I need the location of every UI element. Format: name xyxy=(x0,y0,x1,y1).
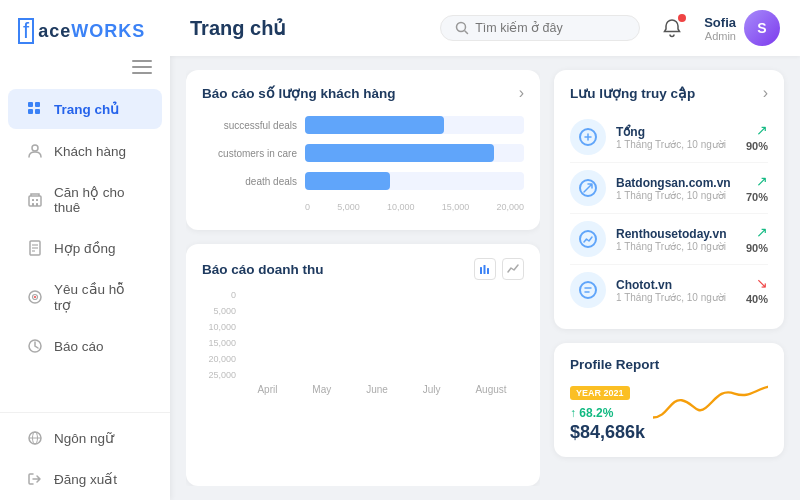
traffic-info-3: Chotot.vn 1 Tháng Trước, 10 người xyxy=(616,278,736,303)
traffic-name-2: Renthousetoday.vn xyxy=(616,227,736,241)
search-bar[interactable] xyxy=(440,15,640,41)
sidebar-item-ngon-ngu[interactable]: Ngôn ngữ xyxy=(8,418,162,458)
user-area[interactable]: Sofia Admin S xyxy=(704,10,780,46)
language-icon xyxy=(26,429,44,447)
customer-report-header: Báo cáo số lượng khách hàng › xyxy=(202,84,524,102)
hbar-track-0 xyxy=(305,116,524,134)
contract-icon xyxy=(26,239,44,257)
traffic-card: Lưu lượng truy cập › Tổng 1 Tháng Trước,… xyxy=(554,70,784,329)
svg-rect-2 xyxy=(28,109,33,114)
page-title: Trang chủ xyxy=(190,16,424,40)
traffic-info-0: Tổng 1 Tháng Trước, 10 người xyxy=(616,125,736,150)
traffic-info-2: Renthousetoday.vn 1 Tháng Trước, 10 ngườ… xyxy=(616,227,736,252)
trend-down-icon-3: ↘ xyxy=(756,275,768,291)
traffic-item-1: Batdongsan.com.vn 1 Tháng Trước, 10 ngườ… xyxy=(570,163,768,214)
customer-report-arrow[interactable]: › xyxy=(519,84,524,102)
trend-up-icon-0: ↗ xyxy=(756,122,768,138)
logo-text: aceWORKS xyxy=(38,21,145,42)
traffic-icon-1 xyxy=(570,170,606,206)
svg-rect-22 xyxy=(480,267,482,274)
sidebar-item-bao-cao[interactable]: Báo cáo xyxy=(8,326,162,366)
sidebar-item-can-ho[interactable]: Căn hộ cho thuê xyxy=(8,173,162,226)
traffic-sub-1: 1 Tháng Trước, 10 người xyxy=(616,190,736,201)
traffic-sub-3: 1 Tháng Trước, 10 người xyxy=(616,292,736,303)
svg-point-21 xyxy=(457,23,466,32)
revenue-report-card: Báo cáo doanh thu xyxy=(186,244,540,486)
traffic-arrow[interactable]: › xyxy=(763,84,768,102)
profile-year-tag: YEAR 2021 xyxy=(570,386,630,400)
revenue-report-title: Báo cáo doanh thu xyxy=(202,262,324,277)
hamburger-menu[interactable] xyxy=(0,54,170,88)
right-column: Lưu lượng truy cập › Tổng 1 Tháng Trước,… xyxy=(554,70,784,486)
traffic-icon-2 xyxy=(570,221,606,257)
support-icon xyxy=(26,288,44,306)
svg-rect-9 xyxy=(36,203,38,206)
sidebar-label-dang-xuat: Đăng xuất xyxy=(54,471,117,487)
user-name: Sofia xyxy=(704,15,736,30)
search-input[interactable] xyxy=(475,21,615,35)
traffic-name-1: Batdongsan.com.vn xyxy=(616,176,736,190)
customer-report-title: Báo cáo số lượng khách hàng xyxy=(202,85,396,101)
hbar-track-2 xyxy=(305,172,524,190)
sidebar-item-dang-xuat[interactable]: Đăng xuất xyxy=(8,459,162,499)
svg-point-16 xyxy=(34,296,36,298)
sidebar-item-khach-hang[interactable]: Khách hàng xyxy=(8,131,162,171)
hbar-label-1: customers in care xyxy=(202,148,297,159)
traffic-item-3: Chotot.vn 1 Tháng Trước, 10 người ↘ 40% xyxy=(570,265,768,315)
traffic-name-0: Tổng xyxy=(616,125,736,139)
logo: f aceWORKS xyxy=(0,0,170,54)
notification-button[interactable] xyxy=(656,12,688,44)
header: Trang chủ Sofia Admin S xyxy=(170,0,800,56)
chart-type-icons xyxy=(474,258,524,280)
revenue-chart-inner: April May June July August xyxy=(240,290,524,395)
traffic-pct-1: 70% xyxy=(746,191,768,203)
user-role: Admin xyxy=(704,30,736,42)
sidebar-item-trang-chu[interactable]: Trang chủ xyxy=(8,89,162,129)
svg-rect-8 xyxy=(32,203,34,206)
traffic-trend-2: ↗ 90% xyxy=(746,224,768,254)
traffic-item-2: Renthousetoday.vn 1 Tháng Trước, 10 ngườ… xyxy=(570,214,768,265)
traffic-pct-3: 40% xyxy=(746,293,768,305)
trend-up-icon-2: ↗ xyxy=(756,224,768,240)
traffic-pct-0: 90% xyxy=(746,140,768,152)
sidebar-label-hop-dong: Hợp đồng xyxy=(54,240,116,256)
revenue-chart-wrapper: 25,000 20,000 15,000 10,000 5,000 0 xyxy=(202,290,524,395)
traffic-item-0: Tổng 1 Tháng Trước, 10 người ↗ 90% xyxy=(570,112,768,163)
line-chart-icon-btn[interactable] xyxy=(502,258,524,280)
traffic-trend-1: ↗ 70% xyxy=(746,173,768,203)
horizontal-bar-chart: successful deals customers in care death… xyxy=(202,112,524,216)
search-icon xyxy=(455,21,469,35)
report-icon xyxy=(26,337,44,355)
traffic-info-1: Batdongsan.com.vn 1 Tháng Trước, 10 ngườ… xyxy=(616,176,736,201)
svg-rect-6 xyxy=(32,199,34,201)
sidebar: f aceWORKS Trang chủ Khách hàng xyxy=(0,0,170,500)
svg-point-4 xyxy=(32,145,38,151)
svg-rect-23 xyxy=(484,265,486,274)
svg-rect-3 xyxy=(35,109,40,114)
logo-icon: f xyxy=(18,18,34,44)
profile-content: YEAR 2021 ↑ 68.2% $84,686k xyxy=(570,382,768,443)
logout-icon xyxy=(26,470,44,488)
user-icon xyxy=(26,142,44,160)
profile-wave-svg xyxy=(653,378,768,433)
hbar-track-1 xyxy=(305,144,524,162)
traffic-name-3: Chotot.vn xyxy=(616,278,736,292)
hbar-axis: 0 5,000 10,000 15,000 20,000 xyxy=(202,202,524,212)
traffic-trend-3: ↘ 40% xyxy=(746,275,768,305)
profile-wave-chart xyxy=(653,378,768,437)
hbar-fill-2 xyxy=(305,172,390,190)
building-icon xyxy=(26,191,44,209)
sidebar-label-khach-hang: Khách hàng xyxy=(54,144,126,159)
traffic-header: Lưu lượng truy cập › xyxy=(570,84,768,102)
bar-chart-icon-btn[interactable] xyxy=(474,258,496,280)
svg-rect-0 xyxy=(28,102,33,107)
sidebar-item-hop-dong[interactable]: Hợp đồng xyxy=(8,228,162,268)
notification-badge xyxy=(678,14,686,22)
trend-up-icon-1: ↗ xyxy=(756,173,768,189)
hbar-row-1: customers in care xyxy=(202,144,524,162)
hbar-fill-0 xyxy=(305,116,444,134)
sidebar-item-yeu-cau[interactable]: Yêu cầu hỗ trợ xyxy=(8,270,162,324)
svg-point-27 xyxy=(580,231,596,247)
content-area: Báo cáo số lượng khách hàng › successful… xyxy=(170,56,800,500)
hbar-label-0: successful deals xyxy=(202,120,297,131)
